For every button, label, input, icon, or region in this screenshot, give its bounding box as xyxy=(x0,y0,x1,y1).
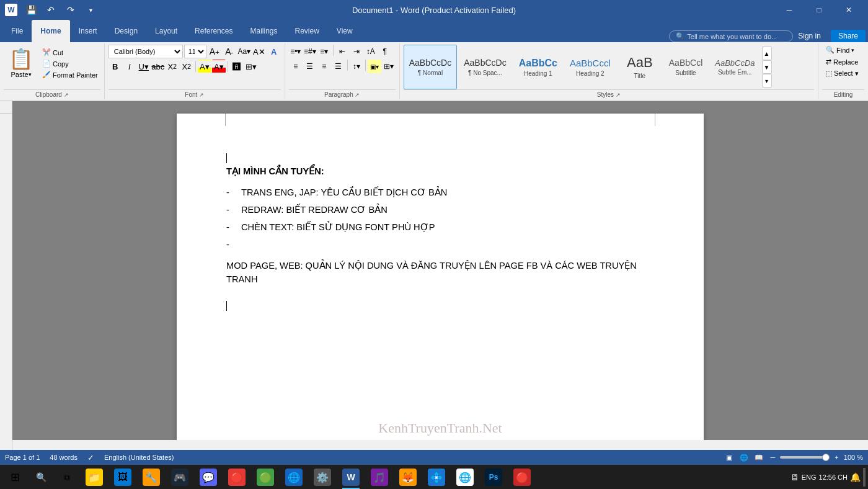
tab-layout[interactable]: Layout xyxy=(146,20,186,42)
words-status[interactable]: 48 words xyxy=(50,454,78,461)
taskbar-app2[interactable]: 🔧 xyxy=(138,465,165,489)
paste-btn[interactable]: 📋 Paste▾ xyxy=(4,45,38,81)
style-nospace[interactable]: AaBbCcDc ¶ No Spac... xyxy=(458,45,512,89)
tab-view[interactable]: View xyxy=(328,20,361,42)
taskbar-photos[interactable]: 🖼 xyxy=(109,465,136,489)
document-page[interactable]: TẠI MÌNH CẦN TUYỂN: - TRANS ENG, JAP: YÊ… xyxy=(177,114,704,440)
print-layout-btn[interactable]: ▣ xyxy=(722,451,736,464)
taskbar-steam[interactable]: 🎮 xyxy=(166,465,193,489)
cursor-area[interactable] xyxy=(226,298,654,312)
save-qat-btn[interactable]: 💾 xyxy=(22,1,40,19)
text-highlight-btn[interactable]: A▾ xyxy=(198,60,211,73)
italic-btn[interactable]: I xyxy=(123,60,136,73)
undo-qat-btn[interactable]: ↶ xyxy=(42,1,60,19)
bullets-btn[interactable]: ≡•▾ xyxy=(289,45,303,58)
font-color-btn[interactable]: A▾ xyxy=(212,60,226,73)
replace-btn[interactable]: ⇄ Replace xyxy=(822,56,862,67)
taskbar-app3[interactable]: 🔴 xyxy=(223,465,250,489)
style-heading1[interactable]: AaBbCc Heading 1 xyxy=(513,45,563,89)
find-btn[interactable]: 🔍 Find ▾ xyxy=(822,45,862,55)
search-taskbar-btn[interactable]: 🔍 xyxy=(29,465,53,489)
tab-insert[interactable]: Insert xyxy=(70,20,106,42)
style-normal[interactable]: AaBbCcDc ¶ Normal xyxy=(404,45,457,89)
style-title[interactable]: AaB Title xyxy=(618,45,662,89)
zoom-level[interactable]: 100 % xyxy=(844,454,863,461)
taskbar-firefox[interactable]: 🦊 xyxy=(394,465,422,489)
notification-icon[interactable]: 🔔 xyxy=(850,472,861,482)
show-desktop-btn[interactable] xyxy=(863,468,866,487)
close-btn[interactable]: ✕ xyxy=(835,0,863,20)
zoom-in-btn[interactable]: + xyxy=(835,454,838,461)
read-mode-btn[interactable]: 📖 xyxy=(752,451,766,464)
taskbar-app8[interactable]: 💠 xyxy=(423,465,450,489)
taskbar-ps[interactable]: Ps xyxy=(480,465,507,489)
zoom-slider[interactable] xyxy=(780,456,830,459)
multilevel-btn[interactable]: ≡▾ xyxy=(317,45,331,58)
task-view-btn[interactable]: ⧉ xyxy=(55,465,79,489)
decrease-font-btn[interactable]: A- xyxy=(223,45,236,58)
subscript-btn[interactable]: X2 xyxy=(166,60,179,73)
increase-font-btn[interactable]: A+ xyxy=(208,45,221,58)
increase-indent-btn[interactable]: ⇥ xyxy=(350,45,363,58)
shading-btn[interactable]: 🅰 xyxy=(230,60,244,73)
taskbar-discord[interactable]: 💬 xyxy=(195,465,222,489)
web-layout-btn[interactable]: 🌐 xyxy=(737,451,751,464)
maximize-btn[interactable]: □ xyxy=(805,0,833,20)
tab-review[interactable]: Review xyxy=(286,20,327,42)
show-hide-btn[interactable]: ¶ xyxy=(378,45,392,58)
font-size-select[interactable]: 11 xyxy=(184,45,206,58)
start-btn[interactable]: ⊞ xyxy=(2,465,27,489)
minimize-btn[interactable]: ─ xyxy=(775,0,804,20)
borders-btn[interactable]: ⊞▾ xyxy=(382,60,396,73)
styles-up-arrow[interactable]: ▲ xyxy=(762,47,772,60)
format-painter-btn[interactable]: 🖌️ Format Painter xyxy=(40,70,100,80)
text-effects-btn[interactable]: A xyxy=(267,45,281,58)
shading-para-btn[interactable]: ▣▾ xyxy=(368,60,381,73)
bold-btn[interactable]: B xyxy=(108,60,122,73)
align-left-btn[interactable]: ≡ xyxy=(289,60,303,73)
style-subtitle[interactable]: AaBbCcl Subtitle xyxy=(663,45,708,89)
document-content[interactable]: TẠI MÌNH CẦN TUYỂN: - TRANS ENG, JAP: YÊ… xyxy=(226,151,654,312)
taskbar-lang[interactable]: ENG xyxy=(802,473,817,481)
line-spacing-btn[interactable]: ↕▾ xyxy=(350,60,363,73)
tab-design[interactable]: Design xyxy=(106,20,146,42)
tab-references[interactable]: References xyxy=(186,20,241,42)
clear-formatting-btn[interactable]: A✕ xyxy=(252,45,266,58)
taskbar-word[interactable]: W xyxy=(337,465,365,489)
taskbar-app6[interactable]: ⚙️ xyxy=(309,465,336,489)
tab-home[interactable]: Home xyxy=(32,20,69,42)
language-status[interactable]: English (United States) xyxy=(104,454,174,461)
redo-qat-btn[interactable]: ↷ xyxy=(62,1,79,19)
tab-mailings[interactable]: Mailings xyxy=(241,20,286,42)
numbering-btn[interactable]: ≡#▾ xyxy=(303,45,317,58)
styles-expand-icon[interactable]: ↗ xyxy=(616,92,621,98)
style-heading2[interactable]: AaBbCccl Heading 2 xyxy=(564,45,616,89)
taskbar-chrome[interactable]: 🌐 xyxy=(451,465,479,489)
superscript-btn[interactable]: X2 xyxy=(180,60,193,73)
align-right-btn[interactable]: ≡ xyxy=(317,60,331,73)
style-subtleem[interactable]: AaBbCcDa Subtle Em... xyxy=(709,45,760,89)
zoom-out-btn[interactable]: ─ xyxy=(771,454,776,461)
sort-btn[interactable]: ↕A xyxy=(364,45,378,58)
doc-heading[interactable]: TẠI MÌNH CẦN TUYỂN: xyxy=(226,164,654,178)
taskbar-app7[interactable]: 🎵 xyxy=(366,465,393,489)
share-btn[interactable]: Share xyxy=(831,30,866,42)
taskbar-explorer[interactable]: 📁 xyxy=(81,465,108,489)
justify-btn[interactable]: ☰ xyxy=(332,60,345,73)
border-btn[interactable]: ⊞▾ xyxy=(244,60,258,73)
decrease-indent-btn[interactable]: ⇤ xyxy=(335,45,349,58)
clipboard-expand-icon[interactable]: ↗ xyxy=(64,92,69,98)
tell-me-input[interactable]: 🔍 Tell me what you want to do... xyxy=(669,30,793,42)
font-name-select[interactable]: Calibri (Body) xyxy=(108,45,183,58)
para-expand-icon[interactable]: ↗ xyxy=(355,92,360,98)
sign-in-btn[interactable]: Sign in xyxy=(793,30,826,42)
change-case-btn[interactable]: Aa▾ xyxy=(237,45,251,58)
proofing-icon[interactable]: ✓ xyxy=(87,453,94,462)
document-area[interactable]: TẠI MÌNH CẦN TUYỂN: - TRANS ENG, JAP: YÊ… xyxy=(12,101,868,440)
page-status[interactable]: Page 1 of 1 xyxy=(5,454,40,461)
select-btn[interactable]: ⬚ Select ▾ xyxy=(822,68,862,79)
copy-btn[interactable]: 📄 Copy xyxy=(40,58,100,69)
qat-more-btn[interactable]: ▾ xyxy=(82,1,99,19)
styles-down-arrow[interactable]: ▼ xyxy=(762,60,772,74)
tab-file[interactable]: File xyxy=(2,20,32,42)
